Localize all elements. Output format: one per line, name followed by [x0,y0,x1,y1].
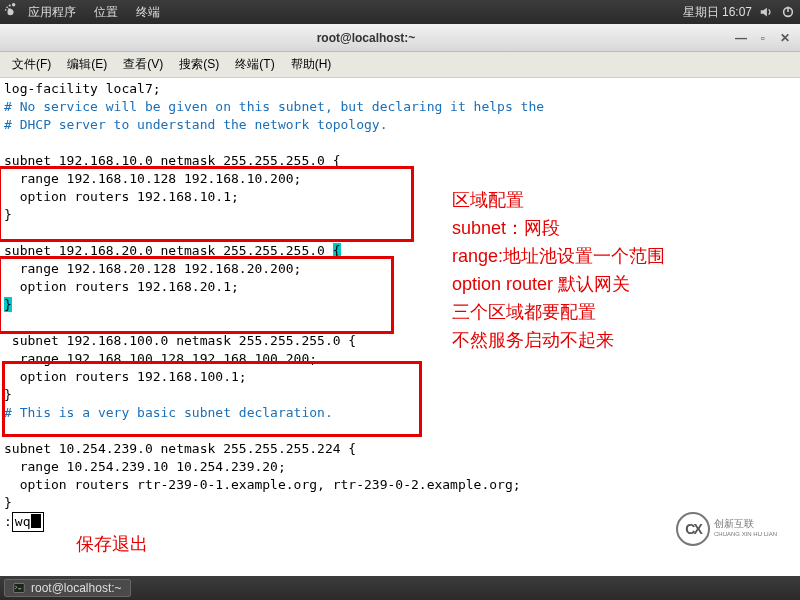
panel-applications[interactable]: 应用程序 [20,2,84,23]
svg-point-0 [12,2,16,6]
highlight-box-subnet10 [0,166,414,242]
menu-search[interactable]: 搜索(S) [173,54,225,75]
highlight-box-subnet20 [0,256,394,334]
window-minimize-button[interactable]: — [732,29,750,47]
power-icon[interactable] [780,4,796,20]
window-titlebar: root@localhost:~ — ▫ ✕ [0,24,800,52]
menu-edit[interactable]: 编辑(E) [61,54,113,75]
svg-point-2 [6,6,8,8]
terminal-line: subnet 10.254.239.0 netmask 255.255.255.… [4,440,796,458]
svg-rect-6 [14,584,25,593]
terminal-icon [13,582,25,594]
gnome-foot-icon [4,2,18,16]
window-maximize-button[interactable]: ▫ [754,29,772,47]
terminal-comment: # No service will be given on this subne… [4,98,796,116]
menu-terminal[interactable]: 终端(T) [229,54,280,75]
terminal-line: option routers rtr-239-0-1.example.org, … [4,476,796,494]
annotation-line: 区域配置 [452,186,665,214]
window-close-button[interactable]: ✕ [776,29,794,47]
panel-terminal[interactable]: 终端 [128,2,168,23]
taskbar-item-terminal[interactable]: root@localhost:~ [4,579,131,597]
annotation-line: option router 默认网关 [452,270,665,298]
gnome-bottom-panel: root@localhost:~ [0,576,800,600]
terminal-viewport[interactable]: log-facility local7; # No service will b… [0,78,800,576]
terminal-menubar: 文件(F) 编辑(E) 查看(V) 搜索(S) 终端(T) 帮助(H) [0,52,800,78]
annotation-line: 不然服务启动不起来 [452,326,665,354]
terminal-line: log-facility local7; [4,80,796,98]
panel-places[interactable]: 位置 [86,2,126,23]
menu-view[interactable]: 查看(V) [117,54,169,75]
terminal-line: range 10.254.239.10 10.254.239.20; [4,458,796,476]
logo-text-cn: 创新互联 [714,518,777,529]
logo-mark: CX [676,512,710,546]
text-cursor [31,514,41,528]
annotation-line: range:地址池设置一个范围 [452,242,665,270]
terminal-line: subnet 192.168.100.0 netmask 255.255.255… [4,332,796,350]
terminal-comment: # DHCP server to understand the network … [4,116,796,134]
annotation-save-exit: 保存退出 [76,530,148,558]
highlight-box-subnet100 [2,361,422,437]
svg-point-3 [5,9,7,11]
svg-point-1 [9,4,11,6]
annotation-block: 区域配置 subnet：网段 range:地址池设置一个范围 option ro… [452,186,665,354]
gnome-top-panel: 应用程序 位置 终端 星期日 16:07 [0,0,800,24]
watermark-logo: CX 创新互联 CHUANG XIN HU LIAN [676,510,796,548]
annotation-line: subnet：网段 [452,214,665,242]
menu-help[interactable]: 帮助(H) [285,54,338,75]
taskbar-item-label: root@localhost:~ [31,581,122,595]
volume-icon[interactable] [758,4,774,20]
window-title: root@localhost:~ [0,31,732,45]
terminal-line [4,134,796,152]
menu-file[interactable]: 文件(F) [6,54,57,75]
panel-clock[interactable]: 星期日 16:07 [683,4,752,21]
logo-text-en: CHUANG XIN HU LIAN [714,529,777,540]
annotation-line: 三个区域都要配置 [452,298,665,326]
